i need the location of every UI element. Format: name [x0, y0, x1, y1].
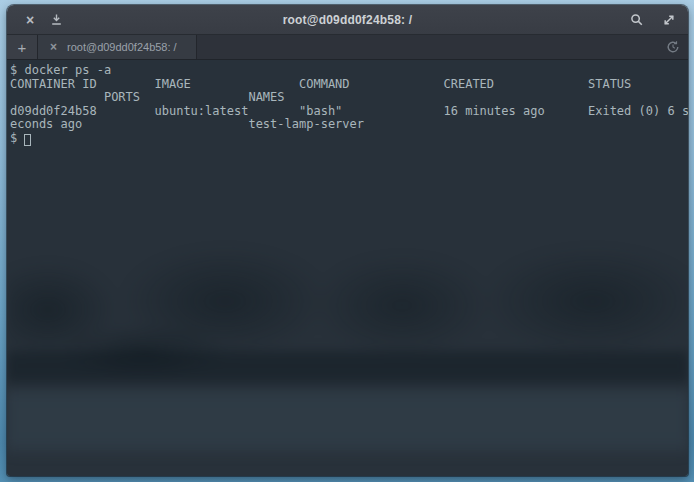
- new-tab-button[interactable]: +: [7, 35, 38, 59]
- terminal-line: $: [10, 132, 688, 146]
- titlebar: × root@d09dd0f24b58: /: [7, 5, 688, 35]
- close-window-icon[interactable]: ×: [19, 9, 41, 31]
- window-title: root@d09dd0f24b58: /: [7, 13, 688, 27]
- desktop-background: × root@d09dd0f24b58: /: [0, 0, 694, 482]
- expand-icon[interactable]: [658, 9, 680, 31]
- terminal-window: × root@d09dd0f24b58: /: [7, 5, 688, 476]
- terminal-output: $ docker ps -aCONTAINER ID IMAGE COMMAND…: [10, 64, 688, 145]
- search-icon[interactable]: [626, 9, 648, 31]
- tab-close-icon[interactable]: ×: [50, 41, 57, 53]
- history-icon[interactable]: [658, 35, 688, 59]
- tabbar-spacer: [197, 35, 658, 59]
- tab-bar: + × root@d09dd0f24b58: /: [7, 35, 688, 60]
- terminal-line: PORTS NAMES: [10, 91, 688, 105]
- download-icon[interactable]: [45, 9, 67, 31]
- terminal-viewport[interactable]: $ docker ps -aCONTAINER ID IMAGE COMMAND…: [7, 60, 688, 476]
- tab-active[interactable]: × root@d09dd0f24b58: /: [38, 35, 197, 59]
- terminal-line: d09dd0f24b58 ubuntu:latest "bash" 16 min…: [10, 105, 688, 119]
- terminal-line: CONTAINER ID IMAGE COMMAND CREATED STATU…: [10, 78, 688, 92]
- terminal-cursor: [24, 134, 31, 146]
- terminal-line: $ docker ps -a: [10, 64, 688, 78]
- terminal-line: econds ago test-lamp-server: [10, 118, 688, 132]
- tab-title: root@d09dd0f24b58: /: [67, 41, 177, 53]
